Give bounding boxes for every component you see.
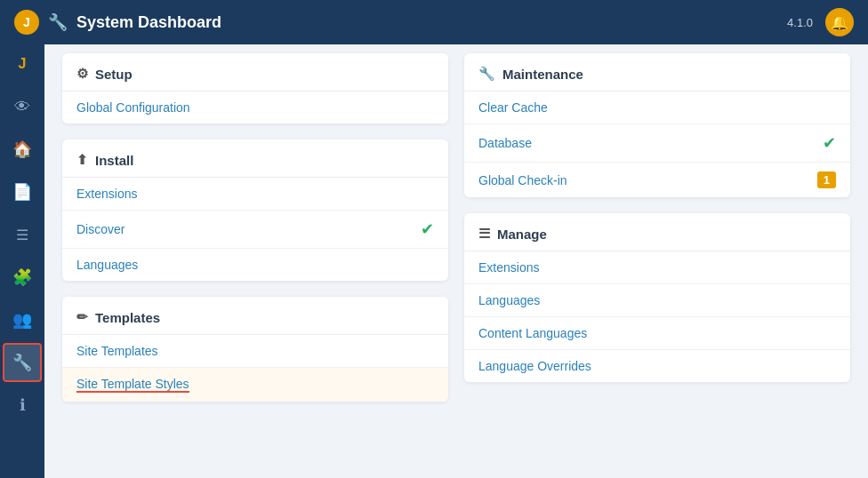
- extensions-install-item: Extensions: [62, 178, 448, 211]
- setup-title: Setup: [95, 67, 133, 82]
- sidebar-item-users[interactable]: 👥: [3, 300, 42, 339]
- language-overrides-link[interactable]: Language Overrides: [478, 359, 591, 373]
- clear-cache-link[interactable]: Clear Cache: [478, 100, 548, 115]
- setup-card-header: ⚙ Setup: [62, 53, 448, 92]
- logo-icon: J: [19, 56, 27, 72]
- sidebar-item-info[interactable]: ℹ: [3, 386, 42, 425]
- manage-icon: ☰: [478, 226, 490, 242]
- templates-icon: ✏: [76, 309, 88, 325]
- site-template-styles-item: Site Template Styles: [62, 368, 448, 402]
- maintenance-icon: 🔧: [478, 66, 495, 82]
- maintenance-title: Maintenance: [502, 67, 583, 82]
- system-icon: 🔧: [12, 353, 32, 372]
- page-title-text: System Dashboard: [76, 13, 221, 32]
- global-configuration-link[interactable]: Global Configuration: [76, 100, 190, 115]
- languages-install-link[interactable]: Languages: [76, 258, 138, 272]
- site-templates-link[interactable]: Site Templates: [76, 344, 158, 358]
- version-label: 4.1.0: [787, 16, 813, 29]
- left-column: ⚙ Setup Global Configuration ⬆ Install E…: [62, 53, 448, 402]
- database-item: Database ✔: [464, 124, 850, 163]
- install-card: ⬆ Install Extensions Discover ✔ Language…: [62, 139, 448, 281]
- manage-extensions-item: Extensions: [464, 251, 850, 284]
- clear-cache-item: Clear Cache: [464, 92, 850, 124]
- site-template-styles-link[interactable]: Site Template Styles: [76, 377, 189, 393]
- language-overrides-item: Language Overrides: [464, 350, 850, 382]
- languages-install-item: Languages: [62, 249, 448, 281]
- sidebar-item-preview[interactable]: 👁: [3, 87, 42, 126]
- content-languages-link[interactable]: Content Languages: [478, 326, 587, 340]
- sidebar-item-home[interactable]: 🏠: [3, 130, 42, 169]
- notification-bell[interactable]: 🔔: [825, 8, 854, 36]
- maintenance-card-header: 🔧 Maintenance: [464, 53, 850, 92]
- topbar-right: 4.1.0 🔔: [787, 8, 854, 36]
- sidebar-item-system[interactable]: 🔧: [3, 343, 42, 382]
- templates-title: Templates: [95, 310, 160, 325]
- manage-card-header: ☰ Manage: [464, 213, 850, 251]
- sidebar-item-logo[interactable]: J: [3, 44, 42, 84]
- sidebar-item-articles[interactable]: 📄: [3, 172, 42, 211]
- discover-item: Discover ✔: [62, 211, 448, 249]
- extensions-install-link[interactable]: Extensions: [76, 187, 137, 201]
- menu-icon: ☰: [16, 227, 28, 243]
- sidebar-item-extensions[interactable]: 🧩: [3, 258, 42, 297]
- info-icon: ℹ: [20, 395, 26, 415]
- install-card-header: ⬆ Install: [62, 139, 448, 178]
- manage-languages-item: Languages: [464, 284, 850, 317]
- sidebar: J 👁 🏠 📄 ☰ 🧩 👥 🔧 ℹ: [0, 0, 44, 478]
- database-check-icon: ✔: [823, 133, 836, 153]
- setup-card: ⚙ Setup Global Configuration: [62, 53, 448, 123]
- joomla-logo: J: [14, 10, 39, 35]
- site-templates-item: Site Templates: [62, 335, 448, 368]
- main-content: ⚙ Setup Global Configuration ⬆ Install E…: [44, 0, 868, 478]
- global-checkin-item: Global Check-in 1: [464, 163, 850, 197]
- articles-icon: 📄: [12, 182, 32, 202]
- maintenance-card: 🔧 Maintenance Clear Cache Database ✔ Glo…: [464, 53, 850, 197]
- manage-languages-link[interactable]: Languages: [478, 293, 540, 307]
- install-title: Install: [95, 153, 133, 168]
- dashboard-grid: ⚙ Setup Global Configuration ⬆ Install E…: [62, 53, 850, 402]
- discover-link[interactable]: Discover: [76, 222, 125, 236]
- topbar-left: J 🔧 System Dashboard: [14, 10, 221, 35]
- templates-card: ✏ Templates Site Templates Site Template…: [62, 297, 448, 402]
- topbar-title-icon: 🔧: [48, 12, 68, 32]
- database-link[interactable]: Database: [478, 136, 532, 150]
- manage-card: ☰ Manage Extensions Languages Content La…: [464, 213, 850, 382]
- users-icon: 👥: [12, 310, 32, 330]
- global-checkin-link[interactable]: Global Check-in: [478, 173, 567, 187]
- topbar: J 🔧 System Dashboard 4.1.0 🔔: [0, 0, 868, 44]
- manage-title: Manage: [497, 227, 547, 242]
- eye-icon: 👁: [14, 98, 30, 116]
- install-icon: ⬆: [76, 152, 88, 168]
- templates-card-header: ✏ Templates: [62, 297, 448, 335]
- sidebar-item-menus[interactable]: ☰: [3, 215, 42, 254]
- global-checkin-badge: 1: [817, 171, 836, 188]
- content-languages-item: Content Languages: [464, 317, 850, 350]
- right-column: 🔧 Maintenance Clear Cache Database ✔ Glo…: [464, 53, 850, 402]
- setup-icon: ⚙: [76, 66, 88, 82]
- home-icon: 🏠: [12, 139, 32, 159]
- extensions-icon: 🧩: [12, 267, 32, 287]
- global-configuration-item: Global Configuration: [62, 92, 448, 123]
- manage-extensions-link[interactable]: Extensions: [478, 260, 539, 275]
- discover-check-icon: ✔: [421, 219, 434, 239]
